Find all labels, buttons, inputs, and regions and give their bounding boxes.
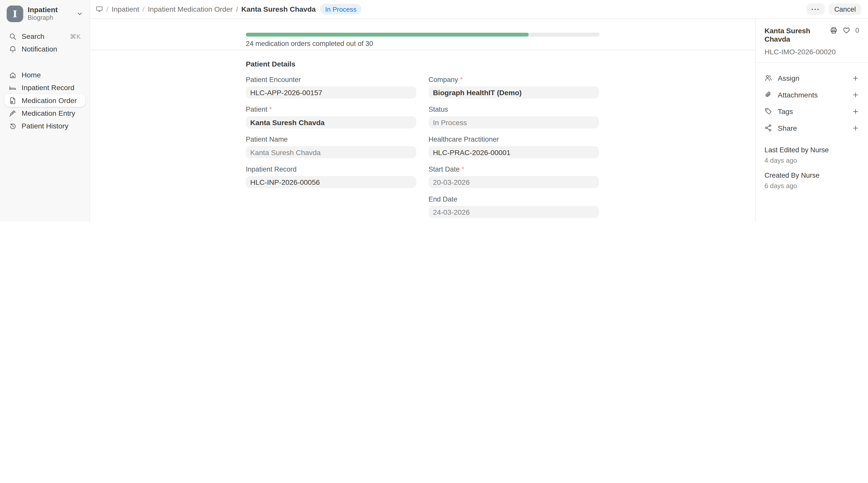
home-icon (9, 71, 17, 79)
form-field: Start Date20-03-2026 (429, 165, 599, 188)
sidebar-item-search[interactable]: Search ⌘K (4, 30, 85, 43)
status-badge: In Process (320, 4, 362, 14)
sidebar-item-inpatient-record[interactable]: Inpatient Record (4, 82, 85, 94)
meta-label: Created By Nurse (765, 171, 859, 180)
sidebar-item-label: Patient History (22, 122, 68, 130)
sidebar-item-home[interactable]: Home (4, 68, 85, 81)
share-icon (765, 124, 773, 132)
search-shortcut: ⌘K (70, 32, 81, 40)
bed-icon (9, 84, 17, 92)
print-icon[interactable] (830, 27, 838, 34)
field-label: Healthcare Practitioner (429, 135, 599, 143)
meta-label: Last Edited by Nurse (765, 146, 859, 154)
app-window: I Inpatient Biograph Search ⌘K Notificat… (0, 0, 868, 222)
form-field: StatusIn Process (429, 105, 599, 128)
topbar: InpatientInpatient Medication OrderKanta… (90, 0, 868, 19)
app-subtitle: Biograph (28, 14, 58, 22)
breadcrumb: InpatientInpatient Medication OrderKanta… (96, 4, 362, 14)
meta-time: 4 days ago (765, 157, 859, 164)
form-field: End Date24-03-2026 (429, 195, 599, 218)
workspace-switcher[interactable]: I Inpatient Biograph (4, 4, 85, 23)
sidebar-item-label: Medication Entry (22, 109, 75, 118)
form-field: Inpatient RecordHLC-INP-2026-00056 (246, 165, 416, 188)
plus-icon[interactable] (852, 91, 859, 98)
field-label: End Date (429, 195, 599, 203)
sidebar: I Inpatient Biograph Search ⌘K Notificat… (0, 0, 90, 222)
document-meta: Last Edited by Nurse4 days agoCreated By… (765, 146, 859, 190)
panel-action-label: Share (778, 124, 797, 132)
document-id: HLC-IMO-2026-00020 (765, 48, 859, 56)
breadcrumb-link[interactable]: Inpatient (106, 5, 140, 13)
assign-icon (765, 74, 773, 82)
form-field: Patient NameKanta Suresh Chavda (246, 135, 416, 158)
divider (755, 62, 868, 63)
sidebar-item-notification[interactable]: Notification (4, 43, 85, 55)
field-input-inpatient-record[interactable]: HLC-INP-2026-00056 (246, 176, 416, 188)
field-label: Status (429, 105, 599, 114)
panel-action-tags[interactable]: Tags (765, 103, 859, 120)
field-label: Inpatient Record (246, 165, 416, 173)
fields-column-left: Patient EncounterHLC-APP-2026-00157Patie… (246, 76, 416, 222)
panel-action-label: Attachments (778, 91, 818, 99)
patient-details-title: Patient Details (246, 60, 599, 68)
field-input-patient-encounter[interactable]: HLC-APP-2026-00157 (246, 86, 416, 98)
progress-bar (246, 33, 599, 37)
panel-action-attachments[interactable]: Attachments (765, 86, 859, 103)
field-input-patient-name[interactable]: Kanta Suresh Chavda (246, 146, 416, 158)
form-field: CompanyBiograph HealthIT (Demo) (429, 76, 599, 98)
plus-icon[interactable] (852, 74, 859, 82)
history-icon (9, 122, 17, 130)
sidebar-item-medication-entry[interactable]: Medication Entry (4, 107, 85, 120)
field-input-end-date[interactable]: 24-03-2026 (429, 206, 599, 218)
bell-icon (9, 45, 17, 53)
tag-icon (765, 107, 773, 116)
meta-time: 6 days ago (765, 182, 859, 190)
document-side-panel: Kanta Suresh Chavda 0 HLC-IMO-2026-00020… (755, 19, 868, 222)
breadcrumb-current: Kanta Suresh Chavda (236, 5, 316, 13)
sidebar-item-medication-order[interactable]: Medication Order (4, 94, 85, 107)
progress-section: 24 medication orders completed out of 30 (90, 19, 755, 50)
paperclip-icon (765, 91, 773, 99)
fields-column-right: CompanyBiograph HealthIT (Demo)StatusIn … (429, 76, 599, 222)
field-input-company[interactable]: Biograph HealthIT (Demo) (429, 86, 599, 98)
like-count: 0 (855, 27, 859, 34)
form-field: PatientKanta Suresh Chavda (246, 105, 416, 128)
sidebar-item-patient-history[interactable]: Patient History (4, 120, 85, 132)
sidebar-nav: HomeInpatient RecordMedication OrderMedi… (4, 68, 85, 132)
meta-block: Last Edited by Nurse4 days ago (765, 146, 859, 164)
chevron-down-icon[interactable] (76, 10, 83, 17)
field-input-healthcare-practitioner[interactable]: HLC-PRAC-2026-00001 (429, 146, 599, 158)
file-heart-icon (9, 96, 17, 104)
progress-fill (246, 33, 529, 37)
app-logo: I (7, 6, 23, 22)
field-input-start-date[interactable]: 20-03-2026 (429, 176, 599, 188)
panel-action-share[interactable]: Share (765, 120, 859, 136)
field-label: Patient (246, 105, 416, 114)
panel-title: Kanta Suresh Chavda (765, 27, 825, 43)
patient-details-section: Patient Details Patient EncounterHLC-APP… (90, 50, 755, 222)
field-label: Patient Encounter (246, 76, 416, 84)
field-label: Company (429, 76, 599, 84)
field-label: Start Date (429, 165, 599, 173)
field-input-patient[interactable]: Kanta Suresh Chavda (246, 116, 416, 128)
plus-icon[interactable] (852, 108, 859, 115)
sidebar-item-label: Inpatient Record (22, 84, 74, 92)
panel-action-label: Assign (778, 74, 800, 82)
form-field: Patient EncounterHLC-APP-2026-00157 (246, 76, 416, 98)
cancel-button[interactable]: Cancel (829, 3, 861, 15)
panel-action-assign[interactable]: Assign (765, 70, 859, 86)
meta-block: Created By Nurse6 days ago (765, 171, 859, 190)
search-icon (9, 32, 17, 40)
more-actions-button[interactable]: ··· (806, 3, 825, 15)
sidebar-item-label: Medication Order (22, 96, 77, 104)
field-input-status[interactable]: In Process (429, 116, 599, 128)
notification-label: Notification (22, 45, 57, 53)
desk-monitor-icon[interactable] (96, 6, 103, 13)
heart-icon[interactable] (843, 27, 850, 34)
syringe-icon (9, 109, 17, 117)
breadcrumb-link[interactable]: Inpatient Medication Order (143, 5, 232, 13)
form-content: 24 medication orders completed out of 30… (90, 19, 755, 222)
plus-icon[interactable] (852, 124, 859, 131)
field-label: Patient Name (246, 135, 416, 143)
sidebar-item-label: Home (22, 71, 41, 79)
